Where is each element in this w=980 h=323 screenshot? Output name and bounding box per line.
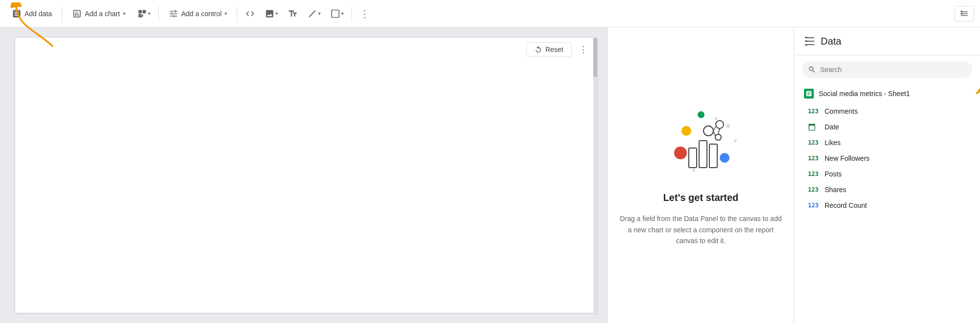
field-type-icon-posts: 123 <box>808 171 820 177</box>
field-item-date[interactable]: Date <box>794 119 980 135</box>
field-item-record-count[interactable]: 123 Record Count <box>794 198 980 213</box>
toolbar-divider-3 <box>237 6 237 22</box>
data-source-name: Social media metrics - Sheet1 <box>819 90 910 98</box>
svg-point-6 <box>674 147 687 159</box>
field-name-date: Date <box>825 123 839 131</box>
image-button[interactable]: ▾ <box>261 6 282 22</box>
svg-rect-2 <box>961 13 963 14</box>
add-control-button[interactable]: Add a control ▾ <box>163 6 233 22</box>
data-source-item[interactable]: Social media metrics - Sheet1 <box>794 84 980 103</box>
fields-list: 123 Comments Date 123 Likes 123 New <box>794 103 980 213</box>
field-type-icon-new-followers: 123 <box>808 155 820 162</box>
line-dropdown-arrow: ▾ <box>318 11 321 16</box>
reset-button[interactable]: Reset <box>526 42 572 57</box>
svg-point-17 <box>715 134 721 140</box>
svg-line-19 <box>713 131 715 136</box>
svg-point-8 <box>726 124 730 128</box>
svg-point-11 <box>714 117 717 120</box>
svg-point-9 <box>734 139 737 142</box>
field-type-icon-record-count: 123 <box>808 202 820 209</box>
lets-get-started-description: Drag a field from the Data Panel to the … <box>618 213 784 246</box>
field-type-icon-date <box>808 123 820 131</box>
sheets-icon <box>804 89 814 99</box>
field-name-likes: Likes <box>825 139 841 147</box>
field-name-posts: Posts <box>825 170 842 178</box>
search-input[interactable] <box>820 66 966 74</box>
svg-rect-23 <box>805 44 807 46</box>
lets-get-started-heading: Let's get started <box>663 192 739 203</box>
add-chart-button[interactable]: Add a chart ▾ <box>66 6 131 22</box>
field-item-new-followers[interactable]: 123 New Followers <box>794 150 980 166</box>
field-item-shares[interactable]: 123 Shares <box>794 182 980 198</box>
image-icon <box>265 9 275 19</box>
add-control-icon <box>169 9 178 19</box>
add-data-icon <box>12 9 22 19</box>
add-data-button[interactable]: Add data <box>6 6 58 22</box>
illustration-svg <box>662 104 740 182</box>
canvas-scrollbar-thumb <box>593 38 597 77</box>
add-chart-icon <box>72 9 82 19</box>
svg-rect-14 <box>709 144 717 168</box>
field-item-comments[interactable]: 123 Comments <box>794 103 980 119</box>
toolbar-divider-1 <box>62 6 62 22</box>
line-icon <box>307 9 317 19</box>
toolbar-divider-2 <box>158 6 159 22</box>
field-item-posts[interactable]: 123 Posts <box>794 166 980 182</box>
field-type-icon-likes: 123 <box>808 139 820 146</box>
canvas[interactable]: Reset ⋮ <box>15 37 598 313</box>
main-content: Reset ⋮ <box>0 27 980 323</box>
svg-rect-22 <box>805 41 807 42</box>
data-panel-header-icon <box>804 35 816 47</box>
svg-rect-1 <box>961 11 963 12</box>
text-icon <box>288 9 298 19</box>
shape-icon <box>330 9 340 19</box>
add-control-dropdown-arrow: ▾ <box>225 11 227 16</box>
svg-point-16 <box>716 121 724 128</box>
component-dropdown-arrow: ▾ <box>148 11 151 16</box>
embed-icon <box>245 9 255 19</box>
data-panel-header: Data <box>794 27 980 55</box>
svg-point-5 <box>681 126 691 136</box>
toolbar: Add data Add a chart ▾ ▾ Add a control ▾ <box>0 0 980 27</box>
svg-point-4 <box>698 111 704 118</box>
line-button[interactable]: ▾ <box>303 6 325 22</box>
data-panel-title: Data <box>821 36 841 47</box>
field-type-icon-comments: 123 <box>808 108 820 115</box>
data-panel: Data Social media metrics - Sheet1 <box>794 27 980 323</box>
svg-rect-21 <box>805 37 807 38</box>
view-toggle-icon <box>960 9 969 18</box>
add-chart-dropdown-arrow: ▾ <box>123 11 126 16</box>
shape-dropdown-arrow: ▾ <box>341 11 344 16</box>
embed-button[interactable] <box>241 5 259 23</box>
field-item-likes[interactable]: 123 Likes <box>794 135 980 150</box>
canvas-kebab-button[interactable]: ⋮ <box>576 42 591 57</box>
toolbar-divider-4 <box>352 6 352 22</box>
field-type-icon-shares: 123 <box>808 186 820 193</box>
component-button[interactable]: ▾ <box>133 6 154 22</box>
chart-illustration <box>662 104 740 182</box>
more-options-button[interactable]: ⋮ <box>356 5 374 23</box>
svg-point-7 <box>720 153 729 163</box>
svg-rect-12 <box>689 148 697 168</box>
svg-line-20 <box>718 128 720 134</box>
image-dropdown-arrow: ▾ <box>276 11 278 16</box>
source-arrow-annotation <box>970 79 980 108</box>
field-name-new-followers: New Followers <box>825 154 870 162</box>
view-toggle-button[interactable] <box>955 6 974 22</box>
canvas-scrollbar[interactable] <box>593 38 597 313</box>
svg-point-15 <box>704 126 713 136</box>
center-panel: Let's get started Drag a field from the … <box>607 27 794 323</box>
field-name-record-count: Record Count <box>825 201 867 209</box>
search-box[interactable] <box>802 61 972 78</box>
field-name-shares: Shares <box>825 186 846 194</box>
shape-button[interactable]: ▾ <box>327 6 348 22</box>
svg-point-10 <box>692 169 695 172</box>
component-icon <box>137 9 147 19</box>
search-icon <box>808 65 816 74</box>
svg-rect-0 <box>332 10 339 17</box>
reset-icon <box>534 46 542 53</box>
canvas-area: Reset ⋮ <box>0 27 607 323</box>
svg-rect-13 <box>699 141 707 168</box>
text-button[interactable] <box>284 5 302 23</box>
svg-line-18 <box>713 126 716 131</box>
